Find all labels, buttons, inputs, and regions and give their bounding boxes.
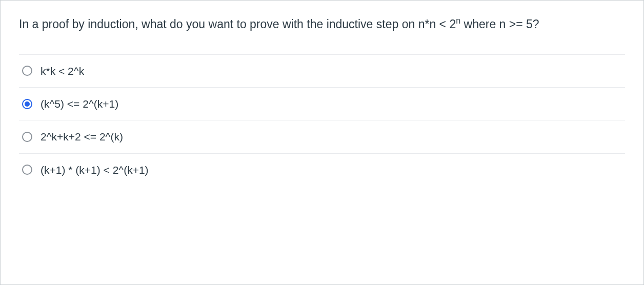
options-list: k*k < 2^k (k^5) <= 2^(k+1) 2^k+k+2 <= 2^… — [19, 54, 625, 186]
question-text-prefix: In a proof by induction, what do you wan… — [19, 17, 456, 31]
radio-icon[interactable] — [22, 99, 32, 109]
question-text: In a proof by induction, what do you wan… — [19, 15, 625, 34]
question-superscript: n — [456, 16, 460, 25]
option-label: (k+1) * (k+1) < 2^(k+1) — [41, 163, 149, 177]
option-label: 2^k+k+2 <= 2^(k) — [41, 130, 123, 144]
option-row-3[interactable]: (k+1) * (k+1) < 2^(k+1) — [19, 153, 625, 186]
option-label: (k^5) <= 2^(k+1) — [41, 97, 118, 111]
radio-icon[interactable] — [22, 165, 32, 175]
question-card: In a proof by induction, what do you wan… — [0, 0, 644, 285]
option-row-0[interactable]: k*k < 2^k — [19, 54, 625, 87]
option-label: k*k < 2^k — [41, 64, 84, 78]
question-text-suffix: where n >= 5? — [460, 17, 539, 31]
radio-icon[interactable] — [22, 132, 32, 142]
option-row-2[interactable]: 2^k+k+2 <= 2^(k) — [19, 120, 625, 153]
option-row-1[interactable]: (k^5) <= 2^(k+1) — [19, 87, 625, 120]
radio-icon[interactable] — [22, 66, 32, 76]
